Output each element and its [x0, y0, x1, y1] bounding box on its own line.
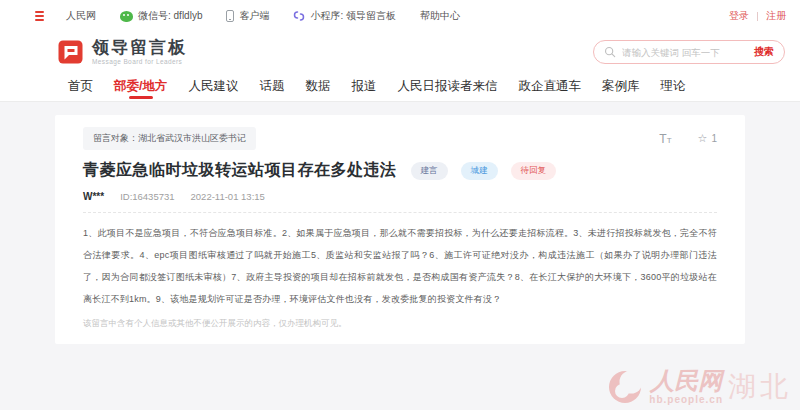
topbar: 人民网 微信号: dfldlyb 客户端 小程序: 领导留言板 帮助中心 登录 …	[0, 0, 800, 32]
message-tools: TT ☆ 1	[659, 132, 717, 145]
search-input[interactable]	[622, 47, 748, 58]
search-button[interactable]: 搜索	[754, 45, 774, 59]
tag-category: 建言	[411, 162, 448, 180]
menu-icon[interactable]	[35, 11, 44, 21]
favorite-count: 1	[711, 133, 717, 144]
star-icon: ☆	[698, 132, 708, 145]
tag-status: 待回复	[511, 162, 557, 180]
topbar-help[interactable]: 帮助中心	[420, 9, 460, 23]
search-bar: 搜索	[593, 40, 785, 64]
topbar-help-label: 帮助中心	[420, 9, 460, 23]
author-id: ID:16435731	[120, 191, 174, 202]
privacy-footnote: 该留言中含有个人信息或其他不便公开展示的内容，仅办理机构可见。	[83, 318, 717, 330]
topbar-link-peoples-daily[interactable]: 人民网	[66, 9, 96, 23]
nav-item-suggestions[interactable]: 人民建议	[188, 72, 238, 101]
site-logo[interactable]: 领导留言板 Message Board for Leaders	[57, 38, 187, 66]
nav-item-reports[interactable]: 报道	[351, 72, 376, 101]
auth-divider	[757, 12, 758, 21]
register-link[interactable]: 注册	[766, 9, 786, 23]
topbar-miniprogram[interactable]: 小程序: 领导留言板	[293, 9, 396, 23]
site-header: 领导留言板 Message Board for Leaders 搜索	[0, 32, 800, 72]
message-target-badge: 留言对象：湖北省武汉市洪山区委书记	[83, 127, 256, 150]
message-card-header: 留言对象：湖北省武汉市洪山区委书记 TT ☆ 1	[83, 127, 717, 150]
main-content: 留言对象：湖北省武汉市洪山区委书记 TT ☆ 1 青菱应急临时垃圾转运站项目存在…	[0, 102, 800, 410]
phone-icon	[226, 10, 234, 22]
topbar-client[interactable]: 客户端	[226, 9, 269, 23]
watermark-region: 湖北	[728, 368, 792, 406]
topbar-site-label: 人民网	[66, 9, 96, 23]
primary-nav: 首页 部委/地方 人民建议 话题 数据 报道 人民日报读者来信 政企直通车 案例…	[0, 72, 800, 102]
nav-item-case-library[interactable]: 案例库	[602, 72, 640, 101]
message-title-row: 青菱应急临时垃圾转运站项目存在多处违法 建言 城建 待回复	[83, 160, 717, 181]
watermark: 人民网 hb.people.cn 湖北	[608, 368, 792, 406]
message-tags: 建言 城建 待回复	[411, 162, 557, 180]
topbar-wechat-label: 微信号: dfldlyb	[138, 9, 202, 23]
logo-subtitle: Message Board for Leaders	[92, 58, 187, 65]
nav-item-theory[interactable]: 理论	[660, 72, 685, 101]
page: 人民网 微信号: dfldlyb 客户端 小程序: 领导留言板 帮助中心 登录 …	[0, 0, 800, 410]
nav-item-reader-letters[interactable]: 人民日报读者来信	[397, 72, 497, 101]
topbar-client-label: 客户端	[239, 9, 269, 23]
nav-item-gov-business[interactable]: 政企直通车	[518, 72, 581, 101]
font-size-icon[interactable]: TT	[659, 132, 671, 145]
topbar-miniprogram-label: 小程序: 领导留言板	[310, 9, 396, 23]
topbar-wechat[interactable]: 微信号: dfldlyb	[120, 9, 202, 23]
watermark-site-name: 人民网	[650, 369, 722, 393]
message-card: 留言对象：湖北省武汉市洪山区委书记 TT ☆ 1 青菱应急临时垃圾转运站项目存在…	[55, 115, 745, 344]
author-name: W***	[83, 191, 104, 202]
message-meta-row: W*** ID:16435731 2022-11-01 13:15	[83, 191, 717, 213]
watermark-url: hb.people.cn	[649, 395, 723, 405]
tag-field: 城建	[461, 162, 498, 180]
logo-text: 领导留言板 Message Board for Leaders	[92, 39, 187, 66]
login-link[interactable]: 登录	[729, 9, 749, 23]
miniprogram-icon	[293, 10, 305, 22]
message-timestamp: 2022-11-01 13:15	[191, 191, 265, 202]
watermark-brand: 人民网 hb.people.cn	[649, 369, 723, 405]
logo-mark-icon	[57, 38, 85, 66]
search-icon	[604, 46, 616, 58]
nav-item-home[interactable]: 首页	[68, 72, 93, 101]
watermark-moon-icon	[608, 369, 644, 405]
nav-item-data[interactable]: 数据	[305, 72, 330, 101]
nav-item-topics[interactable]: 话题	[259, 72, 284, 101]
favorite-button[interactable]: ☆ 1	[698, 132, 717, 145]
wechat-icon	[120, 11, 133, 22]
logo-title: 领导留言板	[92, 39, 187, 58]
nav-item-ministries-local[interactable]: 部委/地方	[114, 72, 167, 101]
message-body: 1、此项目不是应急项目，不符合应急项目标准。2、如果属于应急项目，那么就不需要招…	[83, 222, 717, 310]
message-title: 青菱应急临时垃圾转运站项目存在多处违法	[83, 160, 397, 181]
